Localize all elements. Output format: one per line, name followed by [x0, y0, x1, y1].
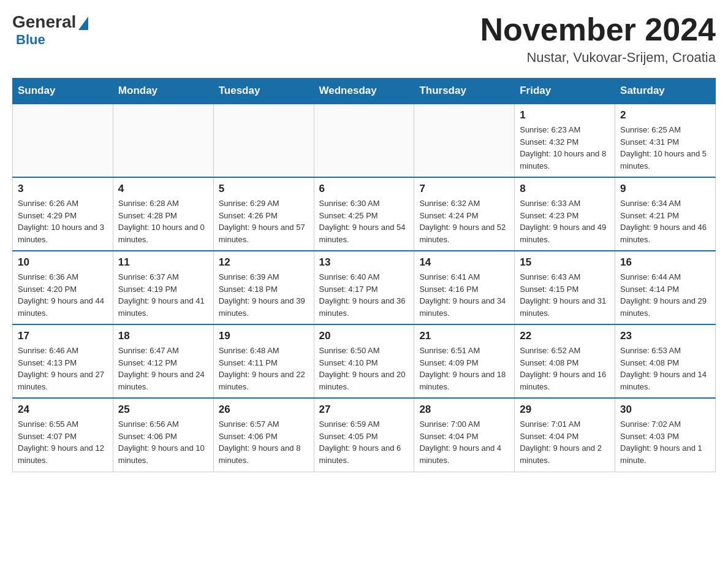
day-info: Sunrise: 7:02 AMSunset: 4:03 PMDaylight:…: [620, 418, 710, 466]
day-number: 11: [118, 256, 208, 269]
day-number: 15: [520, 256, 610, 269]
day-info: Sunrise: 6:57 AMSunset: 4:06 PMDaylight:…: [219, 418, 309, 466]
calendar-cell: 13Sunrise: 6:40 AMSunset: 4:17 PMDayligh…: [314, 251, 414, 324]
day-info: Sunrise: 6:29 AMSunset: 4:26 PMDaylight:…: [219, 197, 309, 245]
calendar-week-1: 1Sunrise: 6:23 AMSunset: 4:32 PMDaylight…: [13, 104, 716, 177]
calendar-cell: 11Sunrise: 6:37 AMSunset: 4:19 PMDayligh…: [113, 251, 213, 324]
day-number: 10: [18, 256, 108, 269]
day-number: 17: [18, 330, 108, 342]
logo-general-text: General: [12, 12, 76, 32]
day-info: Sunrise: 6:23 AMSunset: 4:32 PMDaylight:…: [520, 124, 610, 172]
day-number: 6: [319, 183, 409, 195]
calendar-cell: 4Sunrise: 6:28 AMSunset: 4:28 PMDaylight…: [113, 177, 213, 251]
day-number: 19: [219, 330, 309, 342]
day-number: 14: [419, 256, 509, 269]
day-number: 2: [620, 109, 710, 121]
calendar-cell: 2Sunrise: 6:25 AMSunset: 4:31 PMDaylight…: [615, 104, 716, 177]
day-info: Sunrise: 6:26 AMSunset: 4:29 PMDaylight:…: [18, 197, 108, 245]
calendar-cell: 19Sunrise: 6:48 AMSunset: 4:11 PMDayligh…: [213, 324, 314, 398]
calendar-cell: 25Sunrise: 6:56 AMSunset: 4:06 PMDayligh…: [113, 398, 213, 472]
day-number: 13: [319, 256, 409, 269]
calendar-cell: 14Sunrise: 6:41 AMSunset: 4:16 PMDayligh…: [414, 251, 515, 324]
day-info: Sunrise: 7:01 AMSunset: 4:04 PMDaylight:…: [520, 418, 610, 466]
calendar-cell: 24Sunrise: 6:55 AMSunset: 4:07 PMDayligh…: [13, 398, 113, 472]
day-number: 29: [520, 404, 610, 416]
calendar-week-3: 10Sunrise: 6:36 AMSunset: 4:20 PMDayligh…: [13, 251, 716, 324]
day-info: Sunrise: 6:56 AMSunset: 4:06 PMDaylight:…: [118, 418, 208, 466]
calendar-cell: 27Sunrise: 6:59 AMSunset: 4:05 PMDayligh…: [314, 398, 414, 472]
day-number: 20: [319, 330, 409, 342]
day-info: Sunrise: 6:52 AMSunset: 4:08 PMDaylight:…: [520, 345, 610, 393]
day-info: Sunrise: 6:33 AMSunset: 4:23 PMDaylight:…: [520, 197, 610, 245]
day-number: 9: [620, 183, 710, 195]
calendar-cell: [213, 104, 314, 177]
calendar-cell: 15Sunrise: 6:43 AMSunset: 4:15 PMDayligh…: [515, 251, 615, 324]
day-info: Sunrise: 6:41 AMSunset: 4:16 PMDaylight:…: [419, 271, 509, 319]
logo: General Blue: [12, 12, 88, 48]
weekday-header-monday: Monday: [113, 79, 213, 104]
day-number: 16: [620, 256, 710, 269]
calendar-cell: 1Sunrise: 6:23 AMSunset: 4:32 PMDaylight…: [515, 104, 615, 177]
calendar-week-5: 24Sunrise: 6:55 AMSunset: 4:07 PMDayligh…: [13, 398, 716, 472]
day-number: 3: [18, 183, 108, 195]
day-info: Sunrise: 6:32 AMSunset: 4:24 PMDaylight:…: [419, 197, 509, 245]
day-number: 27: [319, 404, 409, 416]
calendar-cell: [113, 104, 213, 177]
day-info: Sunrise: 6:39 AMSunset: 4:18 PMDaylight:…: [219, 271, 309, 319]
day-number: 28: [419, 404, 509, 416]
calendar-cell: 21Sunrise: 6:51 AMSunset: 4:09 PMDayligh…: [414, 324, 515, 398]
day-info: Sunrise: 6:47 AMSunset: 4:12 PMDaylight:…: [118, 345, 208, 393]
day-info: Sunrise: 6:59 AMSunset: 4:05 PMDaylight:…: [319, 418, 409, 466]
day-info: Sunrise: 6:34 AMSunset: 4:21 PMDaylight:…: [620, 197, 710, 245]
weekday-header-sunday: Sunday: [13, 79, 113, 104]
day-number: 25: [118, 404, 208, 416]
calendar-cell: [414, 104, 515, 177]
calendar-cell: 8Sunrise: 6:33 AMSunset: 4:23 PMDaylight…: [515, 177, 615, 251]
day-info: Sunrise: 6:40 AMSunset: 4:17 PMDaylight:…: [319, 271, 409, 319]
page-header: General Blue November 2024 Nustar, Vukov…: [12, 12, 716, 66]
calendar-cell: 30Sunrise: 7:02 AMSunset: 4:03 PMDayligh…: [615, 398, 716, 472]
calendar-table: SundayMondayTuesdayWednesdayThursdayFrid…: [12, 78, 716, 472]
day-info: Sunrise: 6:53 AMSunset: 4:08 PMDaylight:…: [620, 345, 710, 393]
logo-blue-text: Blue: [16, 32, 45, 48]
day-info: Sunrise: 6:48 AMSunset: 4:11 PMDaylight:…: [219, 345, 309, 393]
day-number: 7: [419, 183, 509, 195]
calendar-cell: [13, 104, 113, 177]
calendar-cell: 7Sunrise: 6:32 AMSunset: 4:24 PMDaylight…: [414, 177, 515, 251]
day-info: Sunrise: 6:25 AMSunset: 4:31 PMDaylight:…: [620, 124, 710, 172]
day-number: 23: [620, 330, 710, 342]
day-info: Sunrise: 6:50 AMSunset: 4:10 PMDaylight:…: [319, 345, 409, 393]
calendar-cell: 29Sunrise: 7:01 AMSunset: 4:04 PMDayligh…: [515, 398, 615, 472]
day-info: Sunrise: 6:36 AMSunset: 4:20 PMDaylight:…: [18, 271, 108, 319]
weekday-header-saturday: Saturday: [615, 79, 716, 104]
day-number: 1: [520, 109, 610, 121]
calendar-cell: 18Sunrise: 6:47 AMSunset: 4:12 PMDayligh…: [113, 324, 213, 398]
main-title: November 2024: [480, 12, 716, 47]
day-info: Sunrise: 6:30 AMSunset: 4:25 PMDaylight:…: [319, 197, 409, 245]
calendar-cell: 23Sunrise: 6:53 AMSunset: 4:08 PMDayligh…: [615, 324, 716, 398]
title-section: November 2024 Nustar, Vukovar-Srijem, Cr…: [480, 12, 716, 66]
weekday-header-friday: Friday: [515, 79, 615, 104]
day-info: Sunrise: 6:37 AMSunset: 4:19 PMDaylight:…: [118, 271, 208, 319]
calendar-week-2: 3Sunrise: 6:26 AMSunset: 4:29 PMDaylight…: [13, 177, 716, 251]
weekday-header-row: SundayMondayTuesdayWednesdayThursdayFrid…: [13, 79, 716, 104]
day-number: 12: [219, 256, 309, 269]
day-info: Sunrise: 6:44 AMSunset: 4:14 PMDaylight:…: [620, 271, 710, 319]
calendar-cell: 22Sunrise: 6:52 AMSunset: 4:08 PMDayligh…: [515, 324, 615, 398]
calendar-cell: 26Sunrise: 6:57 AMSunset: 4:06 PMDayligh…: [213, 398, 314, 472]
calendar-cell: 9Sunrise: 6:34 AMSunset: 4:21 PMDaylight…: [615, 177, 716, 251]
calendar-cell: 17Sunrise: 6:46 AMSunset: 4:13 PMDayligh…: [13, 324, 113, 398]
weekday-header-thursday: Thursday: [414, 79, 515, 104]
day-number: 22: [520, 330, 610, 342]
calendar-cell: 10Sunrise: 6:36 AMSunset: 4:20 PMDayligh…: [13, 251, 113, 324]
calendar-cell: 3Sunrise: 6:26 AMSunset: 4:29 PMDaylight…: [13, 177, 113, 251]
subtitle: Nustar, Vukovar-Srijem, Croatia: [480, 50, 716, 66]
weekday-header-tuesday: Tuesday: [213, 79, 314, 104]
day-number: 5: [219, 183, 309, 195]
calendar-cell: 28Sunrise: 7:00 AMSunset: 4:04 PMDayligh…: [414, 398, 515, 472]
weekday-header-wednesday: Wednesday: [314, 79, 414, 104]
calendar-week-4: 17Sunrise: 6:46 AMSunset: 4:13 PMDayligh…: [13, 324, 716, 398]
day-number: 8: [520, 183, 610, 195]
calendar-cell: 20Sunrise: 6:50 AMSunset: 4:10 PMDayligh…: [314, 324, 414, 398]
calendar-cell: 6Sunrise: 6:30 AMSunset: 4:25 PMDaylight…: [314, 177, 414, 251]
